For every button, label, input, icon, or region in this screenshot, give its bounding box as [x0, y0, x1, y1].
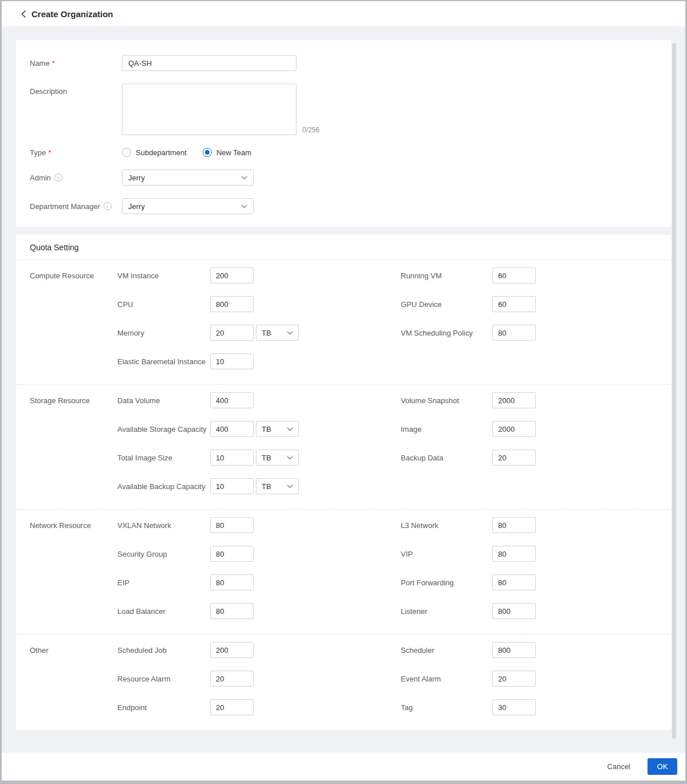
quota-value-input[interactable]	[210, 574, 254, 590]
quota-field-label: Elastic Baremetal Instance	[117, 357, 210, 366]
description-textarea[interactable]	[122, 84, 297, 135]
quota-value-input[interactable]	[492, 267, 536, 283]
quota-value-input[interactable]	[492, 325, 536, 341]
char-counter: 0/256	[302, 126, 319, 135]
quota-value-input[interactable]	[492, 642, 536, 658]
quota-field-row: CPU	[117, 296, 401, 312]
basic-info-panel: Name* Description 0/256 Type* Subdepartm…	[16, 40, 671, 227]
quota-setting-panel: Quota Setting Compute ResourceVM Instanc…	[16, 235, 671, 730]
quota-value-input[interactable]	[210, 421, 254, 437]
quota-field-row: Tag	[401, 699, 671, 715]
quota-field-label: Endpoint	[117, 703, 210, 712]
quota-value-input[interactable]	[492, 517, 536, 533]
quota-field-label: Resource Alarm	[117, 675, 210, 683]
department-manager-select[interactable]: Jerry	[122, 198, 254, 214]
quota-field-label: Security Group	[117, 550, 210, 558]
quota-field-label: Volume Snapshot	[401, 396, 492, 405]
radio-new-team[interactable]: New Team	[203, 148, 251, 157]
info-icon: i	[54, 174, 62, 182]
quota-value-input[interactable]	[492, 671, 536, 687]
quota-value-input[interactable]	[210, 642, 254, 658]
department-manager-row: Department Manageri Jerry	[30, 198, 657, 214]
quota-field-label: EIP	[117, 578, 210, 587]
quota-value-input[interactable]	[492, 296, 536, 312]
quota-column-right: L3 NetworkVIPPort ForwardingListener	[401, 517, 671, 619]
unit-select[interactable]: TB	[256, 325, 299, 341]
page-scrollbar[interactable]	[672, 43, 676, 739]
department-manager-label: Department Manageri	[30, 202, 122, 211]
quota-field-row: Scheduled Job	[117, 642, 401, 658]
quota-field-label: Listener	[401, 607, 492, 616]
quota-field-row: GPU Device	[401, 296, 671, 312]
page-title: Create Organization	[31, 9, 113, 19]
quota-field-label: Image	[401, 425, 492, 434]
quota-field-row: Resource Alarm	[117, 671, 401, 687]
unit-select[interactable]: TB	[256, 450, 299, 466]
quota-field-label: Scheduled Job	[117, 646, 210, 655]
quota-value-input[interactable]	[210, 296, 254, 312]
quota-column-right: Volume SnapshotImageBackup Data	[401, 392, 671, 494]
quota-value-input[interactable]	[492, 546, 536, 562]
quota-column-right: Running VMGPU DeviceVM Scheduling Policy	[401, 267, 671, 369]
quota-value-input[interactable]	[210, 671, 254, 687]
page-header: Create Organization	[2, 1, 685, 26]
quota-field-label: Memory	[117, 329, 210, 337]
quota-value-input[interactable]	[492, 450, 536, 466]
radio-subdepartment[interactable]: Subdepartment	[122, 148, 187, 157]
quota-field-row: Running VM	[401, 267, 671, 283]
quota-field-label: Tag	[401, 703, 492, 712]
admin-select[interactable]: Jerry	[122, 170, 254, 186]
quota-value-input[interactable]	[210, 450, 254, 466]
quota-value-input[interactable]	[210, 392, 254, 408]
quota-value-input[interactable]	[210, 325, 254, 341]
quota-value-input[interactable]	[210, 546, 254, 562]
chevron-down-icon	[241, 204, 247, 208]
quota-field-label: VM Scheduling Policy	[401, 329, 492, 337]
name-input[interactable]	[122, 55, 297, 71]
quota-field-row: Total Image SizeTB	[117, 450, 401, 466]
chevron-down-icon	[241, 176, 247, 180]
quota-field-label: Backup Data	[401, 454, 492, 462]
cancel-button[interactable]: Cancel	[595, 758, 643, 775]
quota-value-input[interactable]	[492, 699, 536, 715]
quota-field-row: VM Instance	[117, 267, 401, 283]
quota-value-input[interactable]	[210, 699, 254, 715]
quota-value-input[interactable]	[492, 603, 536, 619]
unit-select[interactable]: TB	[256, 478, 299, 494]
chevron-down-icon	[287, 427, 293, 431]
quota-field-label: L3 Network	[401, 521, 492, 530]
type-radio-group: Subdepartment New Team	[122, 148, 251, 157]
quota-column-left: VXLAN NetworkSecurity GroupEIPLoad Balan…	[117, 517, 401, 619]
quota-value-input[interactable]	[492, 392, 536, 408]
radio-icon	[122, 148, 131, 157]
quota-field-label: Event Alarm	[401, 675, 492, 683]
quota-value-input[interactable]	[492, 421, 536, 437]
type-label: Type*	[30, 148, 122, 157]
quota-value-input[interactable]	[210, 517, 254, 533]
quota-field-row: Security Group	[117, 546, 401, 562]
back-chevron-icon[interactable]	[19, 9, 28, 18]
quota-field-row: Listener	[401, 603, 671, 619]
quota-field-label: CPU	[117, 300, 210, 309]
quota-field-row: Port Forwarding	[401, 574, 671, 590]
quota-field-row: Image	[401, 421, 671, 437]
quota-value-input[interactable]	[210, 478, 254, 494]
radio-icon	[203, 148, 212, 157]
unit-value: TB	[262, 329, 271, 337]
quota-value-input[interactable]	[210, 603, 254, 619]
quota-value-input[interactable]	[210, 353, 254, 369]
quota-field-row: Endpoint	[117, 699, 401, 715]
quota-group: Storage ResourceData VolumeAvailable Sto…	[16, 384, 671, 509]
unit-value: TB	[262, 482, 271, 491]
quota-field-label: VM Instance	[117, 271, 210, 280]
quota-field-label: Data Volume	[117, 396, 210, 405]
quota-field-label: Total Image Size	[117, 454, 210, 462]
quota-field-label: Port Forwarding	[401, 578, 492, 587]
quota-value-input[interactable]	[210, 267, 254, 283]
admin-row: Admini Jerry	[30, 170, 657, 186]
unit-select[interactable]: TB	[256, 421, 299, 437]
ok-button[interactable]: OK	[647, 758, 677, 775]
name-label: Name*	[30, 59, 122, 68]
quota-group-label: Storage Resource	[30, 392, 117, 494]
quota-value-input[interactable]	[492, 574, 536, 590]
